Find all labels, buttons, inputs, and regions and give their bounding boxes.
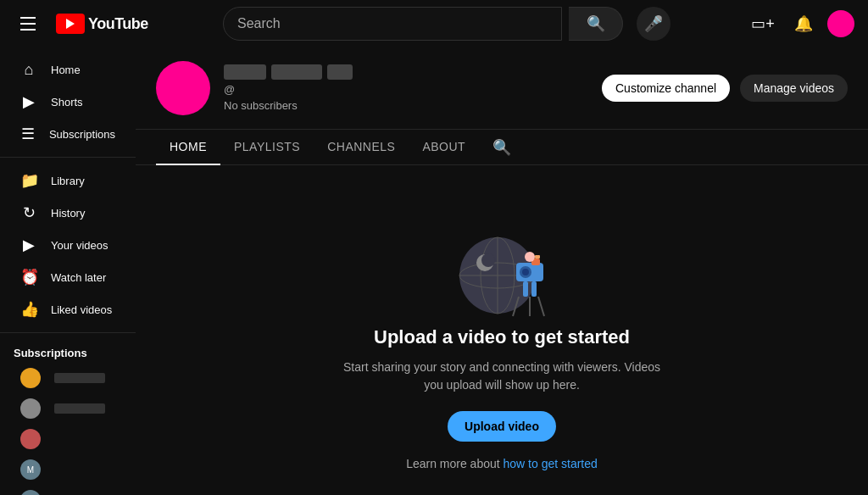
youtube-logo-icon bbox=[56, 14, 85, 34]
sidebar-label-shorts: Shorts bbox=[51, 96, 83, 108]
sub-avatar-1 bbox=[20, 368, 41, 388]
subscriptions-title: Subscriptions bbox=[0, 340, 136, 363]
subscriptions-icon: ☰ bbox=[20, 125, 36, 143]
tab-channels[interactable]: CHANNELS bbox=[314, 130, 409, 165]
empty-state: Upload a video to get started Start shar… bbox=[136, 165, 868, 495]
channel-name-row bbox=[224, 64, 353, 80]
channel-name-block-2 bbox=[271, 64, 322, 80]
sidebar-label-history: History bbox=[51, 207, 85, 220]
channel-handle: @ bbox=[224, 83, 353, 96]
sidebar: ⌂ Home ▶ Shorts ☰ Subscriptions 📁 Librar… bbox=[0, 47, 136, 495]
liked-videos-icon: 👍 bbox=[20, 300, 37, 319]
customize-channel-button[interactable]: Customize channel bbox=[602, 75, 730, 102]
sidebar-item-home[interactable]: ⌂ Home bbox=[7, 54, 129, 86]
tab-about[interactable]: ABOUT bbox=[409, 130, 479, 165]
sidebar-item-sub1[interactable] bbox=[7, 363, 129, 393]
channel-subscribers: No subscribers bbox=[224, 99, 353, 112]
user-avatar[interactable] bbox=[827, 10, 854, 37]
svg-rect-12 bbox=[523, 281, 528, 297]
search-button[interactable]: 🔍 bbox=[569, 7, 623, 41]
sidebar-item-history[interactable]: ↻ History bbox=[7, 197, 129, 229]
menu-button[interactable] bbox=[14, 10, 42, 37]
sub-name-placeholder-2 bbox=[54, 403, 105, 414]
sidebar-item-sub2[interactable] bbox=[7, 393, 129, 424]
bell-icon: 🔔 bbox=[794, 14, 813, 33]
create-button[interactable]: ▭+ bbox=[746, 7, 780, 41]
sidebar-item-sub3[interactable] bbox=[7, 424, 129, 454]
sub-avatar-2 bbox=[20, 398, 41, 419]
svg-point-14 bbox=[525, 252, 535, 262]
nav-center: 🔍 🎤 bbox=[156, 7, 737, 41]
sub-avatar-4: M bbox=[20, 459, 41, 480]
channel-avatar bbox=[156, 61, 210, 115]
sidebar-item-liked-videos[interactable]: 👍 Liked videos bbox=[7, 293, 129, 325]
learn-more-text: Learn more about how to get started bbox=[406, 455, 598, 473]
sidebar-item-sub4[interactable]: M bbox=[7, 454, 129, 485]
channel-info: @ No subscribers bbox=[156, 61, 353, 115]
library-icon: 📁 bbox=[20, 171, 37, 190]
channel-meta: @ No subscribers bbox=[224, 64, 353, 112]
create-icon: ▭+ bbox=[751, 14, 775, 33]
nav-left: YouTube bbox=[14, 10, 149, 37]
channel-name-block-1 bbox=[224, 64, 266, 80]
mic-button[interactable]: 🎤 bbox=[637, 7, 670, 41]
sidebar-divider-1 bbox=[0, 157, 136, 158]
logo-text: YouTube bbox=[88, 15, 148, 33]
history-icon: ↻ bbox=[20, 203, 37, 222]
empty-state-description: Start sharing your story and connecting … bbox=[332, 359, 671, 394]
sidebar-item-shorts[interactable]: ▶ Shorts bbox=[7, 86, 129, 118]
search-bar bbox=[223, 7, 562, 41]
learn-more-link[interactable]: how to get started bbox=[504, 457, 598, 470]
sidebar-divider-2 bbox=[0, 332, 136, 333]
logo[interactable]: YouTube bbox=[56, 14, 148, 34]
sub-avatar-3 bbox=[20, 429, 41, 449]
channel-tabs: HOME PLAYLISTS CHANNELS ABOUT 🔍 bbox=[136, 130, 868, 165]
tab-search-button[interactable]: 🔍 bbox=[486, 131, 518, 164]
camera-illustration bbox=[447, 216, 557, 326]
sidebar-item-subscriptions[interactable]: ☰ Subscriptions bbox=[7, 118, 129, 150]
sidebar-label-liked-videos: Liked videos bbox=[51, 303, 112, 316]
sidebar-label-your-videos: Your videos bbox=[51, 239, 108, 252]
sidebar-label-home: Home bbox=[51, 64, 81, 76]
svg-point-6 bbox=[481, 253, 495, 267]
manage-videos-button[interactable]: Manage videos bbox=[740, 75, 848, 102]
main-layout: ⌂ Home ▶ Shorts ☰ Subscriptions 📁 Librar… bbox=[0, 47, 868, 495]
sidebar-item-your-videos[interactable]: ▶ Your videos bbox=[7, 229, 129, 261]
tab-playlists[interactable]: PLAYLISTS bbox=[220, 130, 314, 165]
watch-later-icon: ⏰ bbox=[20, 268, 37, 286]
svg-rect-13 bbox=[531, 281, 537, 297]
content-area: @ No subscribers Customize channel Manag… bbox=[136, 47, 868, 495]
sidebar-label-watch-later: Watch later bbox=[51, 271, 106, 284]
sub-avatar-5 bbox=[20, 490, 41, 495]
channel-header: @ No subscribers Customize channel Manag… bbox=[136, 47, 868, 130]
svg-point-9 bbox=[522, 269, 529, 275]
search-icon: 🔍 bbox=[587, 14, 605, 33]
empty-state-title: Upload a video to get started bbox=[374, 326, 630, 348]
search-tab-icon: 🔍 bbox=[492, 139, 511, 156]
sidebar-item-watch-later[interactable]: ⏰ Watch later bbox=[7, 261, 129, 293]
sub-name-placeholder-1 bbox=[54, 373, 105, 383]
channel-actions: Customize channel Manage videos bbox=[602, 75, 848, 102]
tab-home[interactable]: HOME bbox=[156, 130, 220, 165]
svg-line-17 bbox=[538, 297, 544, 316]
shorts-icon: ▶ bbox=[20, 92, 37, 111]
your-videos-icon: ▶ bbox=[20, 236, 37, 254]
svg-rect-11 bbox=[535, 255, 540, 259]
sidebar-label-library: Library bbox=[51, 175, 85, 187]
sidebar-label-subscriptions: Subscriptions bbox=[49, 128, 115, 141]
mic-icon: 🎤 bbox=[644, 14, 663, 33]
sidebar-item-sub5[interactable] bbox=[7, 485, 129, 495]
nav-right: ▭+ 🔔 bbox=[744, 7, 854, 41]
channel-name-block-3 bbox=[327, 64, 353, 80]
top-nav: YouTube 🔍 🎤 ▭+ 🔔 bbox=[0, 0, 868, 47]
sidebar-item-library[interactable]: 📁 Library bbox=[7, 164, 129, 197]
notifications-button[interactable]: 🔔 bbox=[787, 7, 821, 41]
learn-more-prefix: Learn more about bbox=[406, 457, 503, 470]
search-input[interactable] bbox=[237, 16, 548, 31]
upload-video-button[interactable]: Upload video bbox=[448, 411, 556, 442]
home-icon: ⌂ bbox=[20, 61, 37, 79]
